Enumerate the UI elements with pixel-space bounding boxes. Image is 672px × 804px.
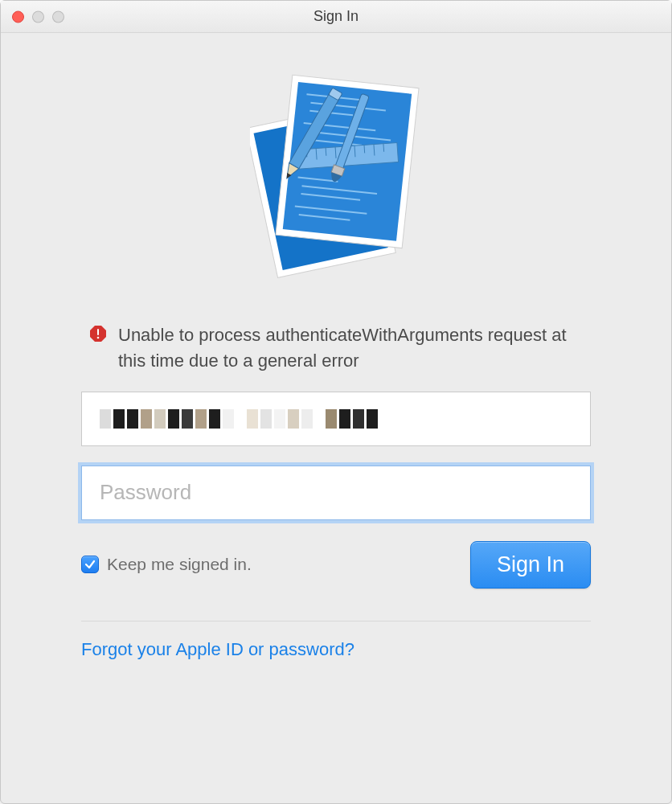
keep-signed-in-checkbox[interactable]: Keep me signed in. [81, 555, 252, 574]
window-title: Sign In [313, 8, 359, 25]
svg-point-33 [97, 337, 100, 339]
password-field[interactable] [81, 466, 591, 520]
apple-id-value-redacted [100, 392, 572, 445]
window-zoom-button[interactable] [52, 10, 64, 23]
window-close-button[interactable] [12, 10, 24, 23]
divider [81, 621, 591, 621]
app-icon [81, 73, 591, 282]
svg-rect-32 [97, 329, 99, 335]
sign-in-window: Sign In [0, 0, 672, 804]
window-titlebar: Sign In [1, 1, 671, 33]
keep-signed-in-label: Keep me signed in. [107, 555, 252, 574]
window-minimize-button[interactable] [32, 10, 44, 23]
error-message-row: Unable to process authenticateWithArgume… [81, 322, 591, 374]
svg-line-22 [363, 145, 364, 153]
svg-line-18 [326, 148, 326, 156]
apple-id-field[interactable] [81, 392, 591, 446]
window-controls [12, 10, 64, 23]
error-message-text: Unable to process authenticateWithArgume… [118, 322, 583, 374]
sign-in-button[interactable]: Sign In [470, 541, 591, 589]
content-area: Unable to process authenticateWithArgume… [1, 33, 671, 660]
actions-row: Keep me signed in. Sign In [81, 541, 591, 589]
error-icon [89, 325, 107, 374]
forgot-link[interactable]: Forgot your Apple ID or password? [81, 639, 354, 660]
checkbox-checked-icon [81, 556, 99, 573]
svg-line-24 [383, 144, 383, 152]
